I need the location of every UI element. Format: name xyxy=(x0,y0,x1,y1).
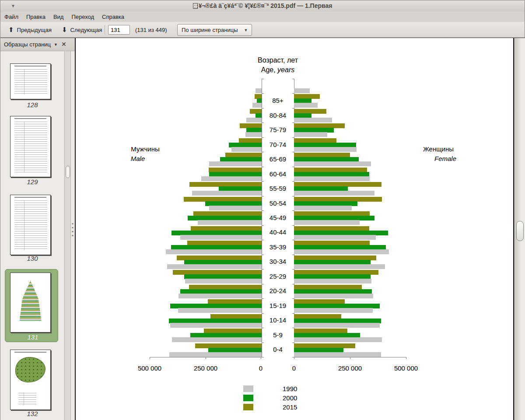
bar-male-65-69-1990 xyxy=(209,161,262,166)
menu-item-4[interactable]: Переход xyxy=(67,12,98,20)
close-sidebar-button[interactable]: ✕ xyxy=(61,41,66,48)
page-number-input[interactable] xyxy=(108,25,130,35)
axis-tick xyxy=(262,152,264,152)
sidebar-title-dropdown[interactable]: Образцы страниц xyxy=(4,41,51,48)
legend-label-2000: 2000 xyxy=(283,394,297,402)
thumbnail-page-132[interactable] xyxy=(10,350,51,410)
thumbnail-page-number: 131 xyxy=(1,333,64,341)
pdf-page: Возраст, летAge, years85+80-8475-7970-74… xyxy=(75,38,514,420)
bar-male-10-14-1990 xyxy=(170,323,262,328)
menu-item-3[interactable]: Вид xyxy=(49,12,68,20)
age-group-label-85+: 85+ xyxy=(262,97,294,104)
thumbnail-map-sketch xyxy=(15,357,46,382)
thumbnail-sketch-header xyxy=(14,197,46,198)
pane-resize-grip[interactable] xyxy=(72,222,74,237)
bar-male-5-9-1990 xyxy=(172,337,262,342)
thumbnail-page-129[interactable] xyxy=(10,116,51,177)
axis-tick xyxy=(262,328,264,328)
zoom-mode-dropdown[interactable]: По ширине страницы ▼ xyxy=(177,24,252,36)
age-group-label-75-79: 75-79 xyxy=(262,126,294,133)
age-group-label-45-49: 45-49 xyxy=(262,214,294,221)
x-axis-tick xyxy=(150,357,150,359)
bar-female-45-49-1990 xyxy=(294,220,360,225)
x-axis-tick xyxy=(261,357,261,359)
axis-tick xyxy=(292,167,294,167)
x-axis-tick xyxy=(406,357,406,359)
sidebar-scrollbar[interactable] xyxy=(64,51,71,420)
legend-label-2015: 2015 xyxy=(283,403,297,411)
axis-tick xyxy=(292,210,294,211)
bar-male-85+-1990 xyxy=(252,103,262,108)
legend-swatch-1990 xyxy=(243,385,253,392)
axis-tick xyxy=(292,93,294,94)
axis-tick xyxy=(262,181,264,182)
sidebar-scrollbar-thumb[interactable] xyxy=(66,166,70,178)
age-group-label-40-44: 40-44 xyxy=(262,228,294,236)
toolbar-separator xyxy=(105,25,105,35)
age-group-label-80-84: 80-84 xyxy=(262,112,294,119)
content-area: Образцы страниц ▼ ✕ 128129130131132 Возр… xyxy=(0,38,525,420)
x-axis-tick xyxy=(350,357,350,359)
thumbnail-page-number: 130 xyxy=(0,255,64,262)
zoom-mode-value: По ширине страницы xyxy=(182,27,238,33)
x-axis-tick xyxy=(206,357,206,359)
bar-male-45-49-1990 xyxy=(198,220,262,225)
chevron-down-icon: ▼ xyxy=(54,42,58,47)
menu-item-2[interactable]: Правка xyxy=(22,12,49,20)
bar-female-5-9-1990 xyxy=(294,337,382,342)
thumbnail-page-130[interactable] xyxy=(10,195,51,255)
thumbnail-sketch-header xyxy=(14,66,46,66)
chart-title: Возраст, лет xyxy=(212,56,343,64)
vertical-scrollbar[interactable] xyxy=(514,38,525,420)
previous-page-button[interactable]: ⬆ Предыдущая xyxy=(5,24,55,35)
arrow-down-icon: ⬇ xyxy=(62,26,67,34)
bar-male-55-59-1990 xyxy=(192,191,262,196)
bar-female-25-29-1990 xyxy=(294,279,371,284)
thumbnail-page-131[interactable] xyxy=(10,273,51,332)
bar-female-0-4-1990 xyxy=(294,352,381,357)
axis-tick xyxy=(262,269,264,270)
thumbnail-pyramid-sketch xyxy=(16,281,45,321)
thumbnail-page-number: 129 xyxy=(0,178,64,186)
menu-item-5[interactable]: Справка xyxy=(98,12,128,20)
axis-tick xyxy=(292,196,294,196)
bar-female-15-19-1990 xyxy=(294,308,373,313)
axis-tick xyxy=(262,196,264,196)
bar-female-55-59-1990 xyxy=(294,191,374,196)
bar-female-40-44-1990 xyxy=(294,235,376,240)
male-side-label-en: Male xyxy=(112,155,164,162)
thumbnails-sidebar: Образцы страниц ▼ ✕ 128129130131132 xyxy=(0,38,75,420)
bar-female-20-24-1990 xyxy=(294,294,373,298)
bar-male-30-34-1990 xyxy=(167,264,262,269)
chevron-down-icon: ▼ xyxy=(244,28,248,32)
thumbnail-sketch-header xyxy=(14,118,46,119)
axis-tick xyxy=(292,328,294,328)
next-page-button[interactable]: ⬇ Следующая xyxy=(58,24,105,35)
thumbnail-page-number: 132 xyxy=(0,410,64,417)
bar-female-30-34-1990 xyxy=(294,264,385,269)
sidebar-header: Образцы страниц ▼ ✕ xyxy=(0,38,75,51)
vertical-scrollbar-thumb[interactable] xyxy=(516,221,524,241)
axis-tick xyxy=(262,343,264,343)
female-side-label: Женщины xyxy=(412,145,465,153)
bar-female-50-54-1990 xyxy=(294,206,352,210)
bar-male-40-44-1990 xyxy=(180,235,262,240)
thumbnail-page-128[interactable] xyxy=(10,63,51,99)
legend-label-1990: 1990 xyxy=(283,385,297,392)
age-group-label-30-34: 30-34 xyxy=(262,258,294,265)
page-count-label: (131 из 449) xyxy=(135,27,167,33)
age-group-label-60-64: 60-64 xyxy=(262,170,294,178)
age-group-label-10-14: 10-14 xyxy=(262,316,294,324)
age-group-label-0-4: 0-4 xyxy=(262,346,294,353)
arrow-up-icon: ⬆ xyxy=(8,26,14,34)
x-axis-tick xyxy=(294,357,294,359)
axis-tick xyxy=(262,137,264,138)
bar-male-15-19-1990 xyxy=(178,308,262,313)
axis-tick xyxy=(262,167,264,167)
bar-female-top-1990 xyxy=(294,88,310,93)
axis-tick xyxy=(292,298,294,299)
thumbnail-sketch-header xyxy=(14,352,46,353)
menu-item-1[interactable]: Файл xyxy=(0,12,22,20)
bar-male-25-29-1990 xyxy=(185,279,262,284)
age-group-label-65-69: 65-69 xyxy=(262,155,294,163)
